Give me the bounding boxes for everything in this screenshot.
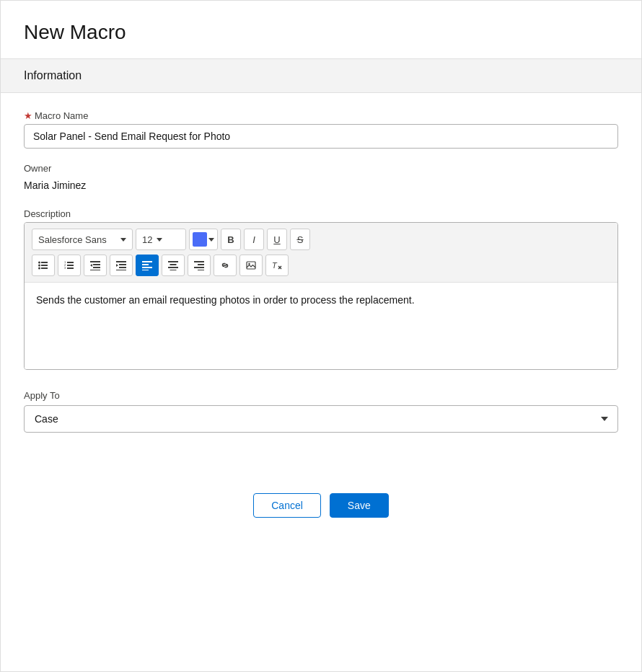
form-body: ★Macro Name Owner Maria Jiminez Descript… bbox=[1, 93, 641, 464]
svg-rect-13 bbox=[93, 264, 100, 265]
color-chevron-icon bbox=[208, 238, 214, 242]
svg-rect-15 bbox=[90, 270, 100, 270]
link-button[interactable] bbox=[214, 255, 237, 276]
svg-point-4 bbox=[38, 265, 40, 267]
svg-rect-28 bbox=[168, 267, 178, 268]
align-right-icon bbox=[194, 260, 204, 270]
svg-rect-18 bbox=[119, 264, 126, 265]
apply-to-wrapper: Case Contact Account bbox=[24, 405, 618, 433]
description-content-area[interactable]: Sends the customer an email requesting p… bbox=[25, 283, 617, 369]
svg-rect-32 bbox=[194, 267, 204, 268]
svg-rect-30 bbox=[194, 261, 204, 262]
cancel-button[interactable]: Cancel bbox=[253, 493, 321, 518]
clear-format-button[interactable]: T bbox=[265, 255, 289, 276]
svg-rect-19 bbox=[119, 267, 126, 268]
required-indicator: ★ bbox=[24, 110, 32, 121]
align-center-icon bbox=[168, 260, 178, 270]
svg-rect-7 bbox=[67, 265, 74, 266]
unordered-list-button[interactable] bbox=[32, 255, 55, 276]
svg-rect-29 bbox=[170, 270, 177, 270]
save-button[interactable]: Save bbox=[330, 493, 389, 518]
decrease-indent-icon bbox=[90, 260, 100, 270]
apply-to-group: Apply To Case Contact Account bbox=[24, 390, 618, 433]
text-color-button[interactable] bbox=[189, 229, 218, 250]
svg-rect-8 bbox=[67, 268, 74, 269]
page-header: New Macro bbox=[1, 1, 641, 58]
svg-rect-25 bbox=[142, 270, 149, 270]
svg-rect-6 bbox=[67, 262, 74, 263]
font-size-select[interactable]: 12 bbox=[136, 229, 186, 250]
macro-name-group: ★Macro Name bbox=[24, 110, 618, 149]
owner-value: Maria Jiminez bbox=[24, 177, 618, 194]
svg-rect-20 bbox=[116, 270, 126, 270]
modal-container: New Macro Information ★Macro Name Owner … bbox=[0, 0, 642, 672]
owner-label: Owner bbox=[24, 163, 618, 174]
apply-to-label: Apply To bbox=[24, 390, 618, 401]
apply-to-select[interactable]: Case Contact Account bbox=[24, 405, 618, 433]
svg-point-3 bbox=[38, 262, 40, 264]
description-label: Description bbox=[24, 208, 618, 219]
link-icon bbox=[220, 260, 230, 270]
increase-indent-icon bbox=[116, 260, 126, 270]
unordered-list-icon bbox=[38, 260, 48, 270]
strikethrough-icon: S bbox=[297, 234, 304, 245]
svg-rect-22 bbox=[142, 261, 152, 262]
footer-actions: Cancel Save bbox=[1, 464, 641, 547]
svg-rect-27 bbox=[170, 264, 177, 265]
font-family-label: Salesforce Sans bbox=[38, 234, 116, 245]
owner-group: Owner Maria Jiminez bbox=[24, 163, 618, 194]
svg-rect-14 bbox=[93, 267, 100, 268]
description-editor: Salesforce Sans 12 bbox=[24, 222, 618, 370]
italic-button[interactable]: I bbox=[244, 229, 264, 250]
svg-rect-1 bbox=[41, 265, 48, 266]
strikethrough-button[interactable]: S bbox=[290, 229, 310, 250]
description-group: Description Salesforce Sans 12 bbox=[24, 208, 618, 370]
bold-button[interactable]: B bbox=[221, 229, 241, 250]
align-center-button[interactable] bbox=[162, 255, 185, 276]
align-left-button[interactable] bbox=[136, 255, 159, 276]
page-title: New Macro bbox=[24, 21, 618, 44]
svg-rect-31 bbox=[198, 264, 204, 265]
ordered-list-icon: 1 2 3 bbox=[64, 260, 74, 270]
color-swatch bbox=[193, 232, 207, 247]
macro-name-input[interactable] bbox=[24, 124, 618, 149]
increase-indent-button[interactable] bbox=[110, 255, 133, 276]
toolbar-row-1: Salesforce Sans 12 bbox=[32, 229, 610, 250]
svg-marker-16 bbox=[90, 264, 92, 267]
description-text: Sends the customer an email requesting p… bbox=[36, 294, 415, 306]
svg-marker-21 bbox=[116, 264, 118, 267]
image-button[interactable] bbox=[239, 255, 263, 276]
font-size-label: 12 bbox=[142, 234, 152, 245]
svg-text:3: 3 bbox=[64, 266, 66, 270]
clear-format-icon: T bbox=[272, 260, 282, 270]
align-left-icon bbox=[142, 260, 152, 270]
svg-rect-2 bbox=[41, 268, 48, 269]
decrease-indent-button[interactable] bbox=[84, 255, 107, 276]
svg-rect-26 bbox=[168, 261, 178, 262]
svg-text:T: T bbox=[272, 261, 278, 270]
image-icon bbox=[246, 260, 256, 270]
svg-rect-33 bbox=[198, 270, 204, 270]
toolbar-row-2: 1 2 3 bbox=[32, 255, 610, 276]
font-family-chevron-icon bbox=[120, 238, 126, 242]
font-family-select[interactable]: Salesforce Sans bbox=[32, 229, 133, 250]
editor-toolbar: Salesforce Sans 12 bbox=[25, 223, 617, 283]
ordered-list-button[interactable]: 1 2 3 bbox=[58, 255, 81, 276]
svg-rect-17 bbox=[116, 261, 126, 262]
svg-rect-12 bbox=[90, 261, 100, 262]
macro-name-label: ★Macro Name bbox=[24, 110, 618, 121]
svg-rect-23 bbox=[142, 264, 149, 265]
underline-button[interactable]: U bbox=[267, 229, 287, 250]
svg-point-5 bbox=[38, 268, 40, 270]
svg-rect-0 bbox=[41, 262, 48, 263]
section-header: Information bbox=[1, 58, 641, 93]
align-right-button[interactable] bbox=[188, 255, 211, 276]
svg-rect-35 bbox=[247, 262, 255, 269]
font-size-chevron-icon bbox=[157, 238, 162, 242]
section-title: Information bbox=[24, 69, 82, 81]
svg-rect-24 bbox=[142, 267, 152, 268]
